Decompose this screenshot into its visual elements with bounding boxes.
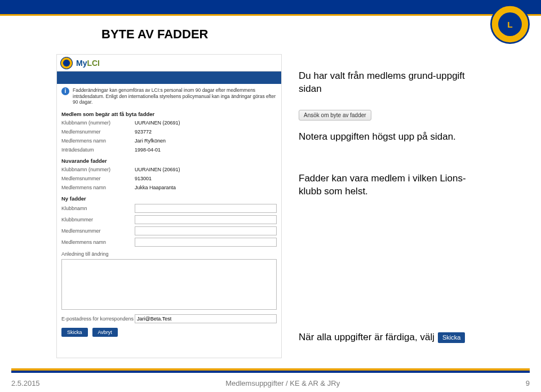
ansok-om-byte-button[interactable]: Ansök om byte av fadder [299,110,371,121]
section-current-heading: Nuvarande fadder [57,154,281,165]
instruction-4-text: När alla uppgifter är färdiga, välj [299,331,434,344]
instruction-2: Notera uppgiften högst upp på sidan. [299,131,479,144]
label-new-klubbnamn: Klubbnamn [61,206,135,211]
textarea-anledning[interactable] [61,259,277,310]
skicka-button[interactable]: Skicka [61,328,88,337]
footer-page: 9 [526,379,530,387]
value-current-nummer: 913001 [135,176,277,181]
brand-my: My [76,59,87,68]
label-intradesdatum: Inträdesdatum [61,147,135,153]
row-anledning-label: Anledning till ändring [57,248,281,258]
row-new-namn: Medlemmens namn [57,237,281,248]
lions-logo-top: L [490,5,530,44]
row-new-medlemsnummer: Medlemsnummer [57,225,281,237]
instruction-1: Du har valt från medlems grund-uppgift s… [299,70,479,96]
value-current-namn: Jukka Haaparanta [135,185,277,190]
label-current-namn: Medlemmens namn [61,185,135,190]
value-member-datum: 1998-04-01 [135,147,277,153]
info-text: Fadderändringar kan genomföras av LCI:s … [73,87,277,105]
row-epost: E-postadress för korrespondens [57,313,281,324]
label-anledning: Anledning till ändring [61,251,135,257]
row-member-datum: Inträdesdatum 1998-04-01 [57,145,281,154]
bottom-rule-blue [11,371,530,373]
brand-lci: LCI [87,59,100,68]
slide-title: BYTE AV FADDER [101,27,208,42]
input-new-medlemsnummer[interactable] [135,226,277,235]
section-new-heading: Ny fadder [57,192,281,203]
row-member-nummer: Medlemsnummer 923772 [57,127,281,136]
mylci-menu-bar [57,72,281,84]
mylci-screenshot: MyLCI i Fadderändringar kan genomföras a… [56,54,282,358]
value-member-klubbnamn: UURAINEN (20691) [135,120,277,126]
info-icon: i [61,87,69,95]
ansok-button-wrap: Ansök om byte av fadder [299,109,371,121]
label-medlemsnummer: Medlemsnummer [61,129,135,135]
row-anledning-input [57,258,281,313]
mylci-header: MyLCI [57,55,281,72]
lions-logo-icon: L [490,5,530,44]
footer-date: 2.5.2015 [11,379,40,387]
avbryt-button[interactable]: Avbryt [92,328,118,337]
footer-center: Medlemsuppgifter / KE & AR & JRy [225,379,340,387]
button-row: Skicka Avbryt [57,324,281,340]
value-member-namn: Jari Ryfkönen [135,138,277,144]
label-current-medlemsnummer: Medlemsnummer [61,176,135,181]
value-member-nummer: 923772 [135,129,277,135]
label-new-medlemsnummer: Medlemsnummer [61,228,135,234]
svg-point-4 [63,59,70,66]
row-member-namn: Medlemmens namn Jari Ryfkönen [57,136,281,145]
instruction-3: Fadder kan vara medlem i vilken Lions-kl… [299,172,479,198]
lions-logo-mini [60,57,73,69]
input-new-klubbnamn[interactable] [135,204,277,213]
row-current-namn: Medlemmens namn Jukka Haaparanta [57,183,281,192]
row-current-nummer: Medlemsnummer 913001 [57,174,281,183]
svg-text:L: L [507,20,512,29]
row-new-klubbnummer: Klubbnummer [57,214,281,225]
input-epost[interactable] [135,314,277,323]
value-current-klubb: UURAINEN (20691) [135,167,277,172]
row-new-klubbnamn: Klubbnamn [57,203,281,214]
label-new-namn: Medlemmens namn [61,239,135,245]
row-current-klubb: Klubbnamn (nummer) UURAINEN (20691) [57,165,281,174]
skicka-pill: Skicka [438,332,465,343]
label-new-klubbnummer: Klubbnummer [61,217,135,222]
info-box: i Fadderändringar kan genomföras av LCI:… [57,84,281,108]
label-current-klubbnamn-num: Klubbnamn (nummer) [61,167,135,172]
label-medlemmens-namn: Medlemmens namn [61,138,135,144]
input-new-namn[interactable] [135,238,277,247]
top-blue-bar [0,0,541,16]
mylci-brand: MyLCI [76,59,100,68]
input-new-klubbnummer[interactable] [135,215,277,224]
footer: 2.5.2015 Medlemsuppgifter / KE & AR & JR… [11,379,530,387]
section-request-heading: Medlem som begär att få byta fadder [57,108,281,118]
label-epost: E-postadress för korrespondens [61,316,135,322]
instruction-4: När alla uppgifter är färdiga, välj Skic… [299,331,479,344]
row-member-klubbnamn: Klubbnamn (nummer) UURAINEN (20691) [57,118,281,127]
label-klubbnamn-num: Klubbnamn (nummer) [61,120,135,126]
